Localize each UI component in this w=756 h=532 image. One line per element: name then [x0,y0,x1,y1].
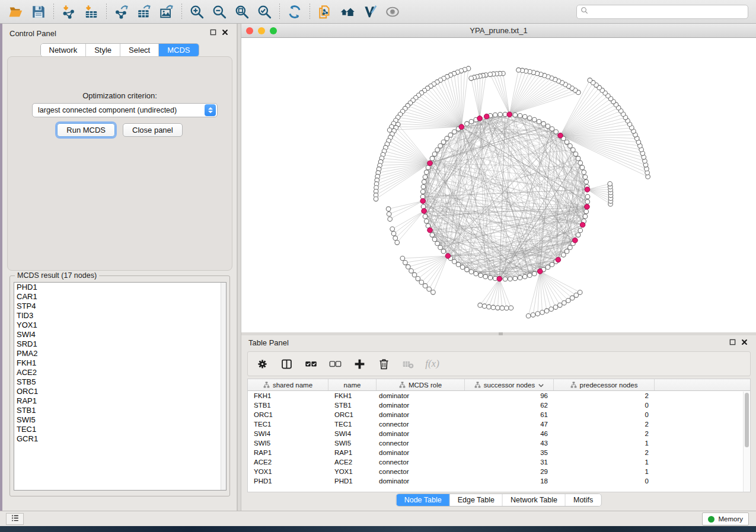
network-node[interactable] [584,209,589,214]
network-node[interactable] [505,306,509,310]
export-table-button[interactable] [133,2,155,22]
vertical-splitter[interactable] [237,24,241,511]
save-session-button[interactable] [27,2,50,22]
mcds-hub-node[interactable] [585,204,590,210]
column-header-MCDS-role[interactable]: MCDS role [377,379,465,390]
network-node[interactable] [421,204,426,209]
export-image-button[interactable] [155,2,178,22]
show-columns-button[interactable] [279,357,294,371]
run-mcds-button[interactable]: Run MCDS [57,123,115,137]
network-node[interactable] [445,136,449,141]
column-header-name[interactable]: name [328,379,377,390]
network-node[interactable] [400,256,405,261]
network-node[interactable] [580,165,585,170]
network-node[interactable] [608,182,613,187]
table-row[interactable]: ACE2ACE2connector311 [248,457,750,467]
network-node[interactable] [488,275,493,280]
mcds-result-item[interactable]: ORC1 [14,387,226,396]
network-node[interactable] [424,219,429,224]
mcds-hub-node[interactable] [422,209,427,214]
mcds-result-item[interactable]: SWI4 [14,330,226,339]
network-node[interactable] [526,313,531,318]
network-node[interactable] [574,293,579,298]
new-network-from-selection-button[interactable] [314,2,336,22]
network-node[interactable] [503,277,508,281]
network-node[interactable] [416,277,420,281]
mcds-result-item[interactable]: RAP1 [14,396,226,406]
mcds-result-list[interactable]: PHD1CAR1STP4TID3YOX1SWI4SRD1PMA2FKH1ACE2… [14,282,227,491]
network-node[interactable] [544,309,549,313]
network-node[interactable] [438,143,443,148]
network-node[interactable] [487,305,492,309]
network-node[interactable] [465,121,470,126]
network-node[interactable] [409,268,414,273]
mcds-hub-node[interactable] [459,124,464,130]
network-node[interactable] [509,306,513,310]
close-panel-button[interactable]: Close panel [123,123,183,137]
table-row[interactable]: YOX1YOX1connector291 [248,467,750,476]
zoom-out-button[interactable] [208,2,231,22]
houses-button[interactable] [336,2,359,22]
network-node[interactable] [513,113,518,117]
network-node[interactable] [430,233,435,238]
network-node[interactable] [452,259,457,264]
network-node[interactable] [508,277,513,281]
network-node[interactable] [431,290,436,295]
network-node[interactable] [576,156,580,161]
network-node[interactable] [435,241,440,246]
network-node[interactable] [427,287,432,291]
network-node[interactable] [482,304,487,309]
mcds-hub-node[interactable] [428,227,433,233]
network-node[interactable] [561,252,566,257]
network-node[interactable] [460,265,465,270]
network-node[interactable] [546,124,550,129]
network-node[interactable] [395,241,400,245]
network-node[interactable] [390,227,395,232]
table-row[interactable]: SWI5SWI5connector431 [248,438,750,448]
network-node[interactable] [500,306,505,310]
network-canvas[interactable] [241,38,756,332]
network-node[interactable] [432,237,437,242]
network-node[interactable] [448,133,453,137]
network-node[interactable] [550,127,554,132]
table-row[interactable]: FKH1FKH1dominator962 [248,391,750,400]
search-field[interactable] [576,5,748,19]
network-node[interactable] [423,214,428,219]
network-node[interactable] [557,303,562,307]
mcds-hub-node[interactable] [428,161,433,166]
network-node[interactable] [474,271,479,276]
network-node[interactable] [419,280,424,285]
network-node[interactable] [564,140,569,145]
mcds-hub-node[interactable] [585,187,590,193]
network-node[interactable] [582,170,586,175]
network-node[interactable] [578,228,583,233]
network-node[interactable] [488,72,493,77]
network-node[interactable] [585,200,590,204]
task-history-button[interactable] [6,513,24,525]
mcds-hub-node[interactable] [484,114,489,119]
network-node[interactable] [420,190,425,194]
network-node[interactable] [573,152,578,156]
network-node[interactable] [584,180,589,184]
network-node[interactable] [493,113,497,117]
network-node[interactable] [585,194,590,199]
node-table[interactable]: shared namenameMCDS rolesuccessor nodesp… [247,379,751,492]
network-node[interactable] [491,305,496,310]
network-node[interactable] [423,284,428,289]
zoom-fit-button[interactable] [231,2,253,22]
select-all-button[interactable] [304,357,318,371]
network-node[interactable] [496,306,500,310]
network-node[interactable] [412,273,417,277]
mcds-hub-node[interactable] [477,116,483,121]
network-node[interactable] [441,140,446,145]
mcds-result-item[interactable]: TID3 [14,311,226,321]
network-node[interactable] [438,245,443,250]
network-node[interactable] [518,113,522,118]
network-node[interactable] [452,130,457,134]
network-node[interactable] [498,112,503,117]
network-node[interactable] [516,68,521,72]
table-row[interactable]: ORC1ORC1dominator610 [248,410,750,419]
network-node[interactable] [583,175,588,180]
network-node[interactable] [469,119,474,124]
style-vizmapper-button[interactable] [359,2,381,22]
